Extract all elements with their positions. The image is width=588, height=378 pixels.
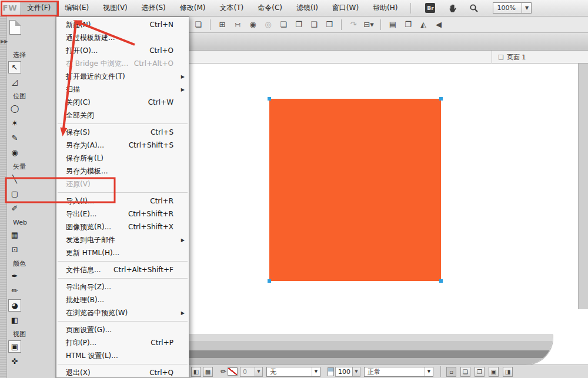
preview-window-icon[interactable]: ❐	[402, 18, 415, 31]
hotspot-tool[interactable]: ⊡	[7, 242, 56, 257]
section-select-label[interactable]: 选择	[7, 50, 56, 60]
section-web-label[interactable]: Web	[7, 218, 56, 228]
bridge-icon[interactable]: Br	[425, 3, 435, 13]
stroke-type-select[interactable]: 无 ▼	[266, 367, 320, 377]
pattern-swatch-button[interactable]: ▩	[203, 367, 213, 377]
selection-handle[interactable]	[439, 279, 443, 283]
menu-item-html-setup[interactable]: HTML 设置(L)...	[56, 349, 189, 362]
menu-item-close[interactable]: 关闭(C) Ctrl+W	[56, 96, 189, 109]
opacity-dropdown-arrow[interactable]: ▼	[353, 367, 360, 377]
paint-bucket-tool[interactable]: ◕	[7, 298, 56, 313]
paste-icon[interactable]: ❏	[192, 18, 205, 31]
selection-handle[interactable]	[268, 97, 271, 101]
brush-tool[interactable]: ✎	[7, 131, 56, 145]
section-bitmap-label[interactable]: 位图	[7, 91, 56, 101]
menu-item-preview-in-browser[interactable]: 在浏览器中预览(W) ▶	[56, 306, 189, 319]
menu-text[interactable]: 文本(T)	[213, 1, 250, 15]
menu-item-image-preview[interactable]: 图像预览(R)... Ctrl+Shift+X	[56, 220, 189, 233]
stroke-width-field[interactable]: 0	[240, 367, 255, 377]
menu-item-print[interactable]: 打印(P)... Ctrl+P	[56, 336, 189, 349]
panel-grip[interactable]	[0, 16, 7, 378]
menu-modify[interactable]: 修改(M)	[173, 1, 212, 15]
blend-mode-select[interactable]: 正常 ▼	[364, 367, 433, 377]
expand-panel-icon[interactable]: ▶▶	[1, 39, 8, 44]
align-objects-icon[interactable]: ⊞	[216, 18, 229, 31]
props-copy-button[interactable]: ❐	[475, 367, 485, 377]
flip-vertical-icon[interactable]: ◭	[417, 18, 430, 31]
select-behind-tool[interactable]: ◿	[7, 75, 56, 89]
chevron-down-icon[interactable]: ▼	[522, 3, 531, 13]
screen-mode-tool[interactable]: ▣	[7, 339, 56, 354]
section-vector-label[interactable]: 矢量	[7, 162, 56, 172]
rectangle-tool[interactable]: ▢	[7, 186, 56, 201]
menu-view[interactable]: 视图(V)	[96, 1, 134, 15]
new-document-icon[interactable]	[9, 20, 21, 35]
send-to-back-icon[interactable]: ❒	[323, 18, 336, 31]
section-view-label[interactable]: 视图	[7, 329, 56, 339]
pencil-color-tool[interactable]: ✏	[7, 283, 56, 298]
gradient-swatch-button[interactable]: ◧	[191, 367, 201, 377]
menu-item-export-wizard[interactable]: 导出向导(Z)...	[56, 280, 189, 293]
selection-handle[interactable]	[439, 97, 443, 101]
canvas[interactable]	[189, 63, 578, 334]
distribute-objects-icon[interactable]: ∺	[231, 18, 244, 31]
intersect-shapes-icon[interactable]: ◎	[262, 18, 275, 31]
pointer-tool[interactable]: ↖	[7, 60, 56, 75]
menu-window[interactable]: 窗口(W)	[326, 1, 365, 15]
vector-path-tool[interactable]: ✐	[7, 201, 56, 216]
menu-item-browse-in-bridge[interactable]: 在 Bridge 中浏览... Ctrl+Alt+O	[56, 57, 189, 70]
zoom-level-dropdown[interactable]: 100% ▼	[493, 2, 532, 14]
menu-item-save[interactable]: 保存(S) Ctrl+S	[56, 126, 189, 139]
bring-forward-icon[interactable]: ❐	[292, 18, 305, 31]
slice-tool[interactable]: ▦	[7, 228, 56, 242]
menu-item-scan[interactable]: 扫描 ▶	[56, 83, 189, 96]
section-color-label[interactable]: 颜色	[7, 259, 56, 269]
eyedropper-tool[interactable]: ✒	[7, 269, 56, 283]
align-menu-icon[interactable]: ⊟▾	[362, 18, 375, 31]
menu-item-new[interactable]: 新建(N) Ctrl+N	[56, 18, 189, 31]
props-layers-button[interactable]: ❏	[460, 367, 470, 377]
menu-item-save-all[interactable]: 保存所有(L)	[56, 152, 189, 165]
stroke-width-dropdown-arrow[interactable]: ▼	[255, 367, 263, 377]
menu-item-exit[interactable]: 退出(X) Ctrl+Q	[56, 366, 189, 378]
menu-item-save-as[interactable]: 另存为(A)... Ctrl+Shift+S	[56, 139, 189, 152]
menu-help[interactable]: 帮助(H)	[366, 1, 404, 15]
canvas-shape[interactable]	[269, 99, 441, 281]
redo-icon[interactable]: ↷	[347, 18, 360, 31]
send-backward-icon[interactable]: ❑	[308, 18, 320, 31]
page-tab[interactable]: ❏ 页面 1	[492, 51, 526, 63]
line-tool[interactable]: ╲	[7, 172, 56, 186]
hand-icon[interactable]	[448, 4, 457, 13]
menu-edit[interactable]: 编辑(E)	[58, 1, 95, 15]
magic-wand-tool[interactable]: ✶	[7, 116, 56, 131]
menu-item-page-setup[interactable]: 页面设置(G)...	[56, 323, 189, 336]
marquee-tool[interactable]: ◯	[7, 101, 56, 116]
selection-handle[interactable]	[268, 279, 271, 283]
props-effect-button[interactable]: ◨	[503, 367, 513, 377]
menu-select[interactable]: 选择(S)	[135, 1, 172, 15]
menu-item-revert[interactable]: 还原(V)	[56, 178, 189, 190]
stroke-color-none-swatch[interactable]	[228, 367, 238, 376]
menu-file[interactable]: 文件(F)	[21, 1, 57, 15]
props-canvas-button[interactable]: ▫	[446, 367, 456, 377]
menu-item-update-html[interactable]: 更新 HTML(H)...	[56, 246, 189, 259]
menu-item-save-as-template[interactable]: 另存为模板...	[56, 165, 189, 178]
menu-commands[interactable]: 命令(C)	[251, 1, 289, 15]
menu-item-export[interactable]: 导出(E)... Ctrl+Shift+R	[56, 208, 189, 220]
flip-horizontal-icon[interactable]: ◀	[432, 18, 445, 31]
menu-item-import[interactable]: 导入(I)... Ctrl+R	[56, 195, 189, 208]
hand-tool[interactable]: ✜	[7, 354, 56, 369]
menu-item-close-all[interactable]: 全部关闭	[56, 109, 189, 122]
blur-tool[interactable]: ◉	[7, 145, 56, 160]
menu-item-open[interactable]: 打开(O)... Ctrl+O	[56, 44, 189, 57]
menu-item-file-info[interactable]: 文件信息... Ctrl+Alt+Shift+F	[56, 263, 189, 276]
menu-item-send-to-email[interactable]: 发送到电子邮件 ▶	[56, 233, 189, 246]
export-page-icon[interactable]: ▤	[386, 18, 399, 31]
menu-item-new-from-template[interactable]: 通过模板新建...	[56, 31, 189, 44]
bring-to-front-icon[interactable]: ❏	[277, 18, 290, 31]
opacity-field[interactable]: 100	[335, 367, 353, 377]
props-overlap-button[interactable]: ▣	[489, 367, 499, 377]
default-colors-swatch[interactable]: ◧	[7, 313, 56, 327]
menu-filters[interactable]: 滤镜(I)	[290, 1, 325, 15]
menu-item-batch-process[interactable]: 批处理(B)...	[56, 293, 189, 306]
